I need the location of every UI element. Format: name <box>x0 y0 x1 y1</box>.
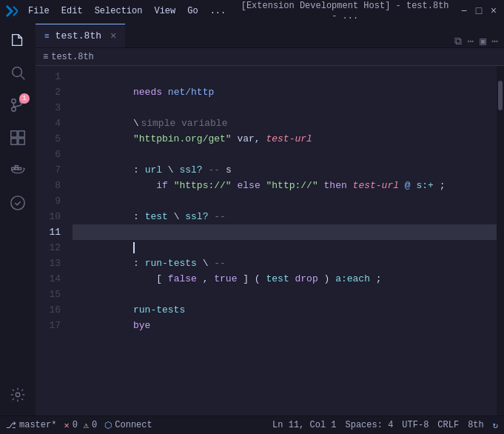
close-button[interactable]: × <box>489 7 498 16</box>
tab-test8th[interactable]: ≡ test.8th × <box>36 24 125 47</box>
activity-extensions-icon[interactable] <box>3 123 33 153</box>
language-label: 8th <box>468 420 484 430</box>
line-ending-status[interactable]: CRLF <box>437 420 459 430</box>
activity-wakatime-icon[interactable] <box>3 188 33 218</box>
line-numbers: 1 2 3 4 5 6 7 8 9 10 11 12 13 14 15 16 1… <box>36 66 73 415</box>
branch-name: master* <box>19 420 56 430</box>
line-num-1: 1 <box>36 69 61 84</box>
line-num-3: 3 <box>36 100 61 116</box>
activity-search-icon[interactable] <box>3 58 33 87</box>
split-editor-icon[interactable]: ⧉ <box>454 36 462 47</box>
line-num-10: 10 <box>36 209 61 224</box>
cursor-position[interactable]: Ln 11, Col 1 <box>272 420 336 430</box>
net-http: net/http <box>168 87 214 98</box>
line-num-5: 5 <box>36 131 61 147</box>
activity-docker-icon[interactable] <box>3 156 33 185</box>
remote-icon: ⬡ <box>104 420 112 431</box>
error-icon: ✕ <box>64 420 69 431</box>
error-count: 0 <box>73 420 78 430</box>
code-line-3: \ simple variable <box>73 100 497 116</box>
activity-settings-icon[interactable] <box>3 380 33 410</box>
line-num-13: 13 <box>36 256 61 271</box>
spaces-label: Spaces: 4 <box>346 420 394 430</box>
code-content[interactable]: needs net/http \ simple variable "httpbi… <box>73 66 497 415</box>
app-icon <box>6 5 18 17</box>
title-bar: File Edit Selection View Go ... [Extensi… <box>0 0 504 22</box>
sync-icon: ↻ <box>493 420 498 431</box>
line-num-8: 8 <box>36 178 61 193</box>
line-num-12: 12 <box>36 240 61 256</box>
tab-close-button[interactable]: × <box>110 30 116 42</box>
line-num-7: 7 <box>36 162 61 178</box>
code-line-15: run-tests <box>73 287 497 302</box>
line-num-2: 2 <box>36 84 61 100</box>
status-right: Ln 11, Col 1 Spaces: 4 UTF-8 CRLF 8th ↻ <box>272 420 498 431</box>
line-ending-label: CRLF <box>437 420 459 430</box>
menu-edit[interactable]: Edit <box>57 4 87 18</box>
line-num-6: 6 <box>36 147 61 162</box>
svg-point-0 <box>13 67 22 77</box>
panel-layout-icon[interactable]: ▣ <box>480 35 485 47</box>
menu-selection[interactable]: Selection <box>90 4 147 18</box>
tab-file-icon: ≡ <box>44 32 50 41</box>
window-controls: − □ × <box>460 7 498 16</box>
code-editor[interactable]: 1 2 3 4 5 6 7 8 9 10 11 12 13 14 15 16 1… <box>36 66 504 415</box>
position-label: Ln 11, Col 1 <box>272 420 336 430</box>
menu-go[interactable]: Go <box>183 4 202 18</box>
main-layout: 1 <box>0 22 504 415</box>
language-status[interactable]: 8th <box>468 420 484 430</box>
source-control-badge: 1 <box>19 93 30 104</box>
branch-status[interactable]: ⎇ master* <box>6 420 56 431</box>
more-actions-icon[interactable]: ⋯ <box>468 35 474 47</box>
editor-area: ≡ test.8th × ⧉ ⋯ ▣ ⋯ ≡ test.8th 1 2 3 4 <box>36 22 504 415</box>
sync-status[interactable]: ↻ <box>493 420 498 431</box>
svg-point-2 <box>12 107 16 112</box>
status-left: ⎇ master* ✕ 0 ⚠ 0 ⬡ Connect <box>6 420 152 431</box>
warning-count: 0 <box>92 420 97 430</box>
window-title: [Extension Development Host] - test.8th … <box>236 1 454 21</box>
line-num-15: 15 <box>36 287 61 302</box>
svg-point-4 <box>12 99 16 104</box>
svg-rect-7 <box>19 131 24 137</box>
svg-rect-13 <box>15 166 18 168</box>
breadcrumb: ≡ test.8th <box>36 48 504 66</box>
scrollbar-thumb[interactable] <box>498 81 503 110</box>
line-num-9: 9 <box>36 193 61 209</box>
svg-rect-10 <box>12 167 15 170</box>
scrollbar-track[interactable] <box>497 66 504 415</box>
menu-file[interactable]: File <box>24 4 54 18</box>
activity-source-control-icon[interactable]: 1 <box>3 90 33 120</box>
line-num-17: 17 <box>36 318 61 333</box>
code-line-1: needs net/http <box>73 69 497 84</box>
indentation-status[interactable]: Spaces: 4 <box>346 420 394 430</box>
breadcrumb-filename[interactable]: test.8th <box>51 52 94 62</box>
code-line-9: : test \ ssl? -- <box>73 193 497 209</box>
menu-bar: File Edit Selection View Go ... <box>24 4 230 18</box>
encoding-status[interactable]: UTF-8 <box>402 420 429 430</box>
minimize-button[interactable]: − <box>460 7 468 16</box>
breadcrumb-icon: ≡ <box>43 52 48 62</box>
kw-needs: needs <box>133 87 162 98</box>
encoding-label: UTF-8 <box>402 420 429 430</box>
line-num-11: 11 <box>36 224 61 240</box>
remote-label: Connect <box>115 420 152 430</box>
maximize-button[interactable]: □ <box>474 7 483 16</box>
tab-bar: ≡ test.8th × ⧉ ⋯ ▣ ⋯ <box>36 22 504 48</box>
line-num-14: 14 <box>36 271 61 287</box>
tab-filename: test.8th <box>56 30 101 41</box>
line-num-16: 16 <box>36 302 61 318</box>
menu-more[interactable]: ... <box>206 4 231 18</box>
svg-rect-9 <box>19 138 24 144</box>
menu-view[interactable]: View <box>149 4 180 18</box>
code-line-11 <box>73 224 497 240</box>
code-line-6: : url \ ssl? -- s <box>73 147 497 162</box>
activity-files-icon[interactable] <box>3 25 33 55</box>
activity-bar: 1 <box>0 22 36 415</box>
breadcrumb-more-icon[interactable]: ⋯ <box>492 35 498 47</box>
status-bar: ⎇ master* ✕ 0 ⚠ 0 ⬡ Connect Ln 11, Col 1… <box>0 415 504 434</box>
tab-actions: ⧉ ⋯ ▣ ⋯ <box>454 35 504 47</box>
svg-rect-8 <box>11 138 17 144</box>
remote-status[interactable]: ⬡ Connect <box>104 420 152 431</box>
branch-icon: ⎇ <box>6 420 16 431</box>
errors-status[interactable]: ✕ 0 ⚠ 0 <box>64 420 97 431</box>
